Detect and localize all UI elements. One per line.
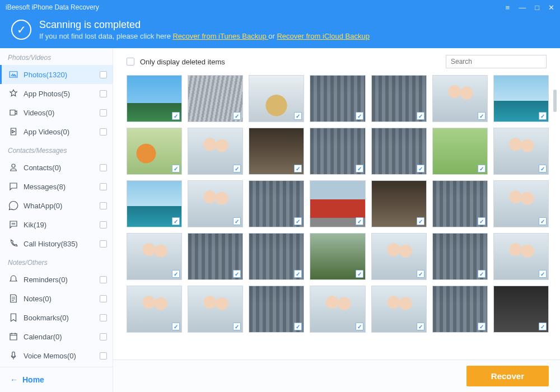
recover-button[interactable]: Recover <box>466 366 549 386</box>
sidebar-item-checkbox[interactable] <box>100 352 107 360</box>
thumbnail[interactable]: ✓ <box>432 75 488 122</box>
sidebar-item-checkbox[interactable] <box>100 221 107 228</box>
thumbnail[interactable]: ✓ <box>310 128 365 175</box>
thumbnail[interactable]: ✓ <box>249 128 304 175</box>
thumbnail-check-icon[interactable]: ✓ <box>478 165 486 172</box>
home-button[interactable]: ← Home <box>10 375 102 384</box>
thumbnail[interactable]: ✓ <box>493 233 549 280</box>
thumbnail[interactable]: ✓ <box>432 128 488 175</box>
thumbnail-check-icon[interactable]: ✓ <box>294 165 302 172</box>
sidebar-item-checkbox[interactable] <box>100 71 107 78</box>
thumbnail-check-icon[interactable]: ✓ <box>417 323 424 330</box>
maximize-icon[interactable]: □ <box>535 4 539 11</box>
sidebar-item-bookmarks[interactable]: Bookmarks(0) <box>0 308 113 327</box>
sidebar-item-whatapp[interactable]: WhatApp(0) <box>0 196 113 215</box>
thumbnail[interactable]: ✓ <box>249 75 304 122</box>
thumbnail-check-icon[interactable]: ✓ <box>172 270 180 278</box>
thumbnail-check-icon[interactable]: ✓ <box>233 217 241 225</box>
sidebar-item-checkbox[interactable] <box>100 90 107 97</box>
thumbnail-check-icon[interactable]: ✓ <box>539 217 547 225</box>
sidebar-item-checkbox[interactable] <box>100 240 107 248</box>
thumbnail-check-icon[interactable]: ✓ <box>294 323 302 330</box>
thumbnail[interactable]: ✓ <box>188 180 243 227</box>
thumbnail-check-icon[interactable]: ✓ <box>233 270 241 278</box>
thumbnail-check-icon[interactable]: ✓ <box>539 270 547 278</box>
close-icon[interactable]: ✕ <box>548 4 554 11</box>
thumbnail-check-icon[interactable]: ✓ <box>356 323 363 330</box>
icloud-backup-link[interactable]: Recover from iCloud Backup <box>277 32 369 40</box>
thumbnail[interactable]: ✓ <box>310 180 365 227</box>
thumbnail-check-icon[interactable]: ✓ <box>233 165 241 172</box>
thumbnail-check-icon[interactable]: ✓ <box>294 217 302 225</box>
thumbnail[interactable]: ✓ <box>432 233 488 280</box>
scrollbar-thumb[interactable] <box>553 90 557 112</box>
thumbnail[interactable]: ✓ <box>249 180 304 227</box>
thumbnail[interactable]: ✓ <box>493 128 549 175</box>
search-input[interactable] <box>446 55 547 68</box>
thumbnail-check-icon[interactable]: ✓ <box>539 165 547 172</box>
thumbnail-scroll[interactable]: ✓✓✓✓✓✓✓✓✓✓✓✓✓✓✓✓✓✓✓✓✓✓✓✓✓✓✓✓✓✓✓✓✓✓✓ <box>113 73 560 360</box>
sidebar-item-checkbox[interactable] <box>100 202 107 209</box>
thumbnail[interactable]: ✓ <box>493 286 549 333</box>
thumbnail-check-icon[interactable]: ✓ <box>417 165 424 172</box>
thumbnail[interactable]: ✓ <box>310 75 365 122</box>
thumbnail[interactable]: ✓ <box>127 180 182 227</box>
sidebar-item-app-videos[interactable]: App Videos(0) <box>0 122 113 141</box>
thumbnail-check-icon[interactable]: ✓ <box>172 217 180 225</box>
thumbnail[interactable]: ✓ <box>127 75 182 122</box>
sidebar-item-checkbox[interactable] <box>100 183 107 190</box>
sidebar-item-contacts[interactable]: Contacts(0) <box>0 158 113 177</box>
sidebar-item-checkbox[interactable] <box>100 314 107 321</box>
thumbnail-check-icon[interactable]: ✓ <box>172 165 180 172</box>
thumbnail[interactable]: ✓ <box>432 180 488 227</box>
thumbnail-check-icon[interactable]: ✓ <box>539 112 547 120</box>
thumbnail-check-icon[interactable]: ✓ <box>417 112 424 120</box>
thumbnail[interactable]: ✓ <box>371 180 427 227</box>
sidebar-item-checkbox[interactable] <box>100 333 107 340</box>
sidebar-item-checkbox[interactable] <box>100 128 107 136</box>
thumbnail[interactable]: ✓ <box>249 286 304 333</box>
thumbnail-check-icon[interactable]: ✓ <box>417 217 424 225</box>
thumbnail-check-icon[interactable]: ✓ <box>172 112 180 120</box>
thumbnail[interactable]: ✓ <box>127 233 182 280</box>
thumbnail[interactable]: ✓ <box>127 286 182 333</box>
thumbnail[interactable]: ✓ <box>493 180 549 227</box>
thumbnail[interactable]: ✓ <box>432 286 488 333</box>
thumbnail[interactable]: ✓ <box>310 286 365 333</box>
sidebar-item-kik[interactable]: Kik(19) <box>0 215 113 234</box>
thumbnail[interactable]: ✓ <box>188 286 243 333</box>
thumbnail-check-icon[interactable]: ✓ <box>478 270 486 278</box>
sidebar-item-app-photos[interactable]: App Photos(5) <box>0 84 113 103</box>
thumbnail-check-icon[interactable]: ✓ <box>417 270 424 278</box>
sidebar-item-calendar[interactable]: Calendar(0) <box>0 327 113 346</box>
thumbnail[interactable]: ✓ <box>188 75 243 122</box>
sidebar-item-checkbox[interactable] <box>100 164 107 171</box>
sidebar-item-checkbox[interactable] <box>100 109 107 116</box>
thumbnail-check-icon[interactable]: ✓ <box>294 112 302 120</box>
thumbnail-check-icon[interactable]: ✓ <box>294 270 302 278</box>
thumbnail[interactable]: ✓ <box>371 128 427 175</box>
thumbnail-check-icon[interactable]: ✓ <box>539 323 547 330</box>
thumbnail[interactable]: ✓ <box>371 286 427 333</box>
thumbnail[interactable]: ✓ <box>310 233 365 280</box>
sidebar-item-voice-memos[interactable]: Voice Memos(0) <box>0 346 113 365</box>
thumbnail[interactable]: ✓ <box>249 233 304 280</box>
thumbnail[interactable]: ✓ <box>371 75 427 122</box>
thumbnail-check-icon[interactable]: ✓ <box>478 217 486 225</box>
thumbnail-check-icon[interactable]: ✓ <box>478 112 486 120</box>
thumbnail-check-icon[interactable]: ✓ <box>356 112 363 120</box>
sidebar-item-checkbox[interactable] <box>100 295 107 302</box>
thumbnail[interactable]: ✓ <box>188 128 243 175</box>
thumbnail-check-icon[interactable]: ✓ <box>356 270 363 278</box>
minimize-icon[interactable]: — <box>519 4 526 11</box>
itunes-backup-link[interactable]: Recover from iTunes Backup <box>172 32 268 40</box>
thumbnail-check-icon[interactable]: ✓ <box>478 323 486 330</box>
sidebar-item-photos[interactable]: Photos(1320) <box>0 65 113 84</box>
thumbnail[interactable]: ✓ <box>127 128 182 175</box>
sidebar-item-messages[interactable]: Messages(8) <box>0 177 113 196</box>
thumbnail-check-icon[interactable]: ✓ <box>233 323 241 330</box>
thumbnail-check-icon[interactable]: ✓ <box>233 112 241 120</box>
sidebar-item-reminders[interactable]: Reminders(0) <box>0 270 113 289</box>
thumbnail-check-icon[interactable]: ✓ <box>356 217 363 225</box>
sidebar-item-videos[interactable]: Videos(0) <box>0 103 113 122</box>
